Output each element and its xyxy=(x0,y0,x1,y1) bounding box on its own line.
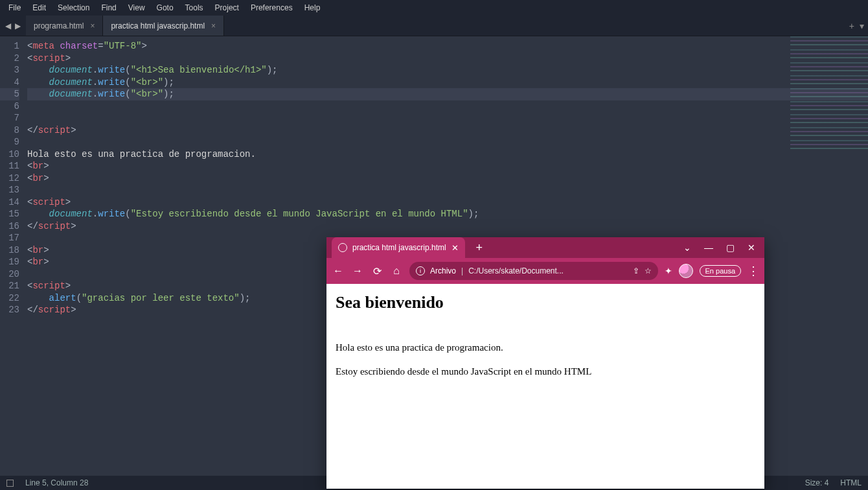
menu-preferences[interactable]: Preferences xyxy=(245,1,299,15)
browser-tab[interactable]: practica html javascrip.html ✕ xyxy=(332,237,465,258)
address-bar[interactable]: i Archivo | C:/Users/skate/Document... ⇪… xyxy=(409,262,658,280)
minimize-icon[interactable]: — xyxy=(704,242,713,253)
menu-goto[interactable]: Goto xyxy=(151,1,179,15)
cursor-position: Line 5, Column 28 xyxy=(25,478,88,487)
minimap[interactable] xyxy=(790,36,868,153)
home-icon[interactable]: ⌂ xyxy=(390,264,403,277)
line-number: 4 xyxy=(0,76,19,89)
info-icon[interactable]: i xyxy=(416,266,425,275)
browser-window: practica html javascrip.html ✕ + ⌄ — ▢ ✕… xyxy=(326,237,764,489)
menu-find[interactable]: Find xyxy=(95,1,122,15)
tab-label: programa.html xyxy=(34,21,84,30)
line-number: 10 xyxy=(0,148,19,161)
line-number: 3 xyxy=(0,64,19,76)
profile-avatar[interactable] xyxy=(679,264,693,278)
page-paragraph: Hola esto es una practica de programacio… xyxy=(336,342,755,353)
sync-paused-pill[interactable]: En pausa xyxy=(700,265,741,277)
window-controls: ⌄ — ▢ ✕ xyxy=(674,242,764,253)
close-icon[interactable]: ✕ xyxy=(451,243,459,253)
close-icon[interactable]: × xyxy=(211,21,216,30)
menu-project[interactable]: Project xyxy=(209,1,245,15)
bookmark-star-icon[interactable]: ☆ xyxy=(645,266,652,275)
line-number: 1 xyxy=(0,40,19,52)
tab-bar: ◀ ▶ programa.html × practica html javasc… xyxy=(0,16,868,36)
history-back-icon[interactable]: ◀ xyxy=(5,21,11,30)
menu-file[interactable]: File xyxy=(3,1,27,15)
line-number: 23 xyxy=(0,304,19,316)
tab-dropdown-icon[interactable]: ▾ xyxy=(860,21,864,31)
line-number: 13 xyxy=(0,184,19,196)
browser-tab-label: practica html javascrip.html xyxy=(352,243,446,252)
rendered-page: Sea bienvenido Hola esto es una practica… xyxy=(326,284,764,489)
line-number: 19 xyxy=(0,256,19,268)
line-number: 11 xyxy=(0,160,19,172)
history-fwd-icon[interactable]: ▶ xyxy=(15,21,21,30)
tab-programa[interactable]: programa.html × xyxy=(26,16,103,36)
close-icon[interactable]: × xyxy=(90,21,95,30)
line-number: 16 xyxy=(0,220,19,233)
menu-bar: File Edit Selection Find View Goto Tools… xyxy=(0,0,868,16)
new-tab-button[interactable]: + xyxy=(849,21,854,31)
line-number-gutter: 1 2 3 4 5 6 7 8 9 10 11 12 13 14 15 16 1… xyxy=(0,40,27,316)
menu-selection[interactable]: Selection xyxy=(52,1,95,15)
line-number: 21 xyxy=(0,280,19,292)
new-tab-button[interactable]: + xyxy=(470,239,488,257)
line-number: 7 xyxy=(0,112,19,124)
browser-titlebar[interactable]: practica html javascrip.html ✕ + ⌄ — ▢ ✕ xyxy=(326,237,764,258)
pause-label: En pausa xyxy=(705,267,735,275)
menu-view[interactable]: View xyxy=(122,1,151,15)
maximize-icon[interactable]: ▢ xyxy=(726,242,735,253)
window-dropdown-icon[interactable]: ⌄ xyxy=(683,242,691,253)
line-number: 6 xyxy=(0,100,19,113)
line-number: 12 xyxy=(0,172,19,185)
page-heading: Sea bienvenido xyxy=(336,293,755,312)
reload-icon[interactable]: ⟳ xyxy=(371,264,383,277)
close-window-icon[interactable]: ✕ xyxy=(748,242,755,253)
tab-label: practica html javascrip.html xyxy=(111,21,205,30)
menu-help[interactable]: Help xyxy=(299,1,326,15)
syntax-language[interactable]: HTML xyxy=(840,478,862,487)
page-paragraph: Estoy escribiendo desde el mundo JavaScr… xyxy=(336,366,755,377)
url-scheme: Archivo xyxy=(430,266,456,275)
url-text: C:/Users/skate/Document... xyxy=(468,266,564,275)
indent-size[interactable]: Size: 4 xyxy=(805,478,829,487)
forward-icon[interactable]: → xyxy=(351,264,364,277)
line-number: 15 xyxy=(0,208,19,220)
browser-toolbar: ← → ⟳ ⌂ i Archivo | C:/Users/skate/Docum… xyxy=(326,258,764,284)
menu-edit[interactable]: Edit xyxy=(27,1,52,15)
tab-practica[interactable]: practica html javascrip.html × xyxy=(103,16,224,36)
line-number: 5 xyxy=(0,88,19,100)
line-number: 8 xyxy=(0,124,19,137)
line-number: 9 xyxy=(0,136,19,148)
menu-tools[interactable]: Tools xyxy=(179,1,209,15)
line-number: 18 xyxy=(0,244,19,257)
share-icon[interactable]: ⇪ xyxy=(633,266,639,275)
globe-icon xyxy=(338,243,347,252)
line-number: 2 xyxy=(0,52,19,65)
line-number: 17 xyxy=(0,232,19,244)
kebab-menu-icon[interactable]: ⋮ xyxy=(748,264,759,278)
back-icon[interactable]: ← xyxy=(332,264,345,277)
line-number: 22 xyxy=(0,292,19,305)
line-number: 14 xyxy=(0,196,19,209)
extensions-icon[interactable]: ✦ xyxy=(665,266,672,276)
tab-history: ◀ ▶ xyxy=(0,16,26,36)
status-indicator-icon[interactable] xyxy=(6,480,14,487)
line-number: 20 xyxy=(0,268,19,281)
